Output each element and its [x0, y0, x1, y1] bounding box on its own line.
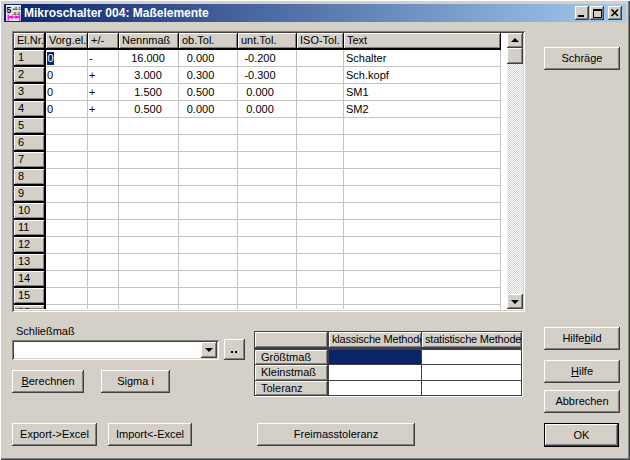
svg-text:5: 5: [7, 5, 12, 15]
